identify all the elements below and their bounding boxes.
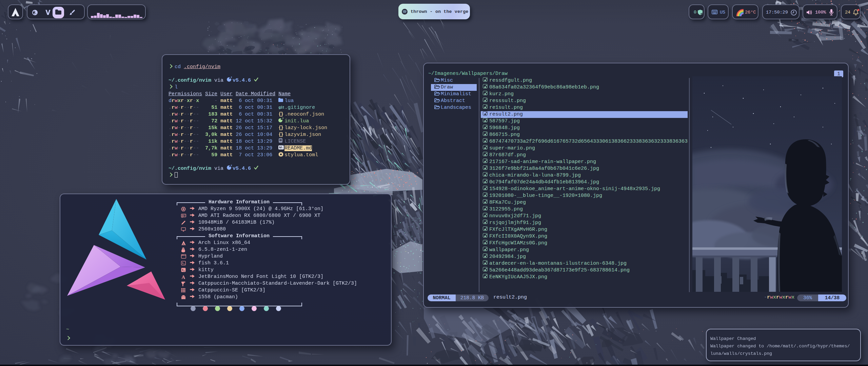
svg-text:A: A — [182, 274, 185, 280]
